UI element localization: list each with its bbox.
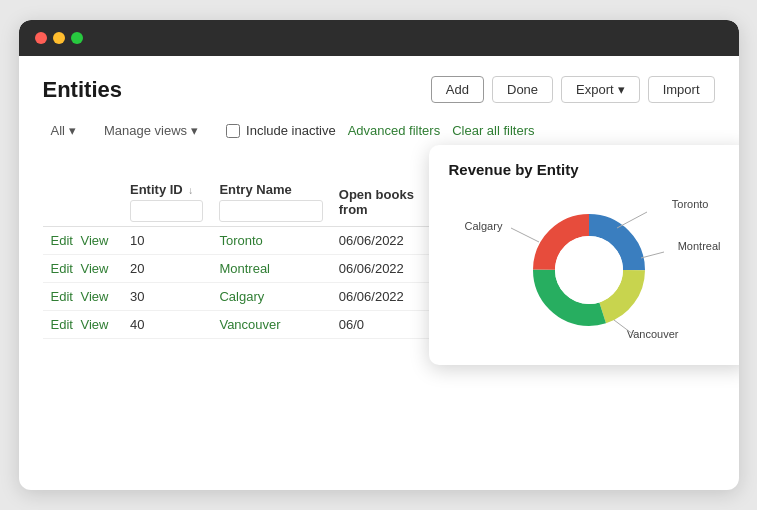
edit-link-3[interactable]: Edit [51, 289, 73, 304]
col-header-actions [43, 176, 123, 227]
cell-entity-id-4: 40 [122, 311, 211, 339]
cell-entity-id-2: 20 [122, 255, 211, 283]
title-bar [19, 20, 739, 56]
include-inactive-checkbox[interactable] [226, 124, 240, 138]
col-open-books-label: Open books from [339, 187, 414, 217]
include-inactive-label: Include inactive [246, 123, 336, 138]
clear-all-filters-link[interactable]: Clear all filters [452, 123, 534, 138]
manage-views-label: Manage views [104, 123, 187, 138]
view-link-4[interactable]: View [81, 317, 109, 332]
cell-entity-id-3: 30 [122, 283, 211, 311]
main-window: Entities Add Done Export ▾ Import All ▾ … [19, 20, 739, 490]
col-header-entry-name: Entry Name [211, 176, 330, 227]
advanced-filters-link[interactable]: Advanced filters [348, 123, 441, 138]
edit-link-4[interactable]: Edit [51, 317, 73, 332]
page-content: Entities Add Done Export ▾ Import All ▾ … [19, 56, 739, 355]
all-filter-button[interactable]: All ▾ [43, 119, 84, 142]
all-filter-label: All [51, 123, 65, 138]
export-chevron-icon: ▾ [618, 82, 625, 97]
row-actions-3: Edit View [43, 283, 123, 311]
col-entity-id-label: Entity ID [130, 182, 183, 197]
cell-open-books-4: 06/0 [331, 311, 441, 339]
edit-link-1[interactable]: Edit [51, 233, 73, 248]
cell-entry-name-4: Vancouver [211, 311, 330, 339]
view-link-1[interactable]: View [81, 233, 109, 248]
manage-chevron-icon: ▾ [191, 123, 198, 138]
cell-entry-name-3: Calgary [211, 283, 330, 311]
col-entry-name-label: Entry Name [219, 182, 291, 197]
row-actions-4: Edit View [43, 311, 123, 339]
chart-area: Toronto Montreal Vancouver Calgary [449, 190, 729, 350]
expand-dot [71, 32, 83, 44]
revenue-title: Revenue by Entity [449, 161, 729, 178]
donut-chart [524, 205, 654, 335]
label-toronto: Toronto [672, 198, 709, 210]
cell-entry-name-1: Toronto [211, 227, 330, 255]
view-link-2[interactable]: View [81, 261, 109, 276]
manage-views-button[interactable]: Manage views ▾ [96, 119, 206, 142]
view-link-3[interactable]: View [81, 289, 109, 304]
col-header-entity-id: Entity ID ↓ [122, 176, 211, 227]
page-header: Entities Add Done Export ▾ Import [43, 76, 715, 103]
page-title: Entities [43, 77, 122, 103]
label-calgary: Calgary [465, 220, 503, 232]
add-button[interactable]: Add [431, 76, 484, 103]
label-vancouver: Vancouver [627, 328, 679, 340]
cell-entry-name-2: Montreal [211, 255, 330, 283]
cell-open-books-3: 06/06/2022 [331, 283, 441, 311]
row-actions-1: Edit View [43, 227, 123, 255]
include-inactive-toggle[interactable]: Include inactive [226, 123, 336, 138]
all-chevron-icon: ▾ [69, 123, 76, 138]
close-dot [35, 32, 47, 44]
minimize-dot [53, 32, 65, 44]
done-button[interactable]: Done [492, 76, 553, 103]
entry-name-search[interactable] [219, 200, 322, 222]
cell-open-books-2: 06/06/2022 [331, 255, 441, 283]
edit-link-2[interactable]: Edit [51, 261, 73, 276]
window-controls [35, 32, 83, 44]
import-button[interactable]: Import [648, 76, 715, 103]
entity-id-search[interactable] [130, 200, 203, 222]
sort-icon: ↓ [188, 185, 193, 196]
svg-point-4 [555, 236, 623, 304]
header-actions: Add Done Export ▾ Import [431, 76, 715, 103]
label-montreal: Montreal [678, 240, 721, 252]
export-label: Export [576, 82, 614, 97]
col-header-open-books: Open books from [331, 176, 441, 227]
cell-entity-id-1: 10 [122, 227, 211, 255]
cell-open-books-1: 06/06/2022 [331, 227, 441, 255]
export-button[interactable]: Export ▾ [561, 76, 640, 103]
revenue-popup: Revenue by Entity Toronto Mon [429, 145, 739, 365]
row-actions-2: Edit View [43, 255, 123, 283]
